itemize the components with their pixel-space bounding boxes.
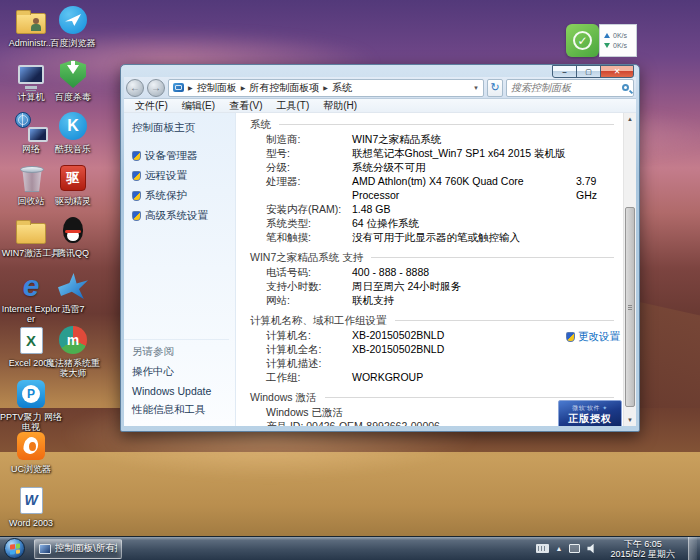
search-input[interactable] <box>511 82 622 93</box>
cpu-speed: 3.79 GHz <box>576 174 614 202</box>
driver-genius-icon <box>56 162 90 194</box>
title-bar[interactable] <box>124 65 636 77</box>
network-tray-icon[interactable] <box>569 544 580 553</box>
health-check-icon[interactable] <box>566 24 599 57</box>
badge-line1: 微软'软件 <box>559 404 621 413</box>
menu-help[interactable]: 帮助(H) <box>316 99 364 113</box>
scrollbar-thumb[interactable] <box>625 207 635 407</box>
breadcrumb[interactable]: 控制面板 所有控制面板项 系统 <box>168 79 484 97</box>
uac-shield-icon <box>132 171 141 181</box>
breadcrumb-dropdown-icon[interactable] <box>473 85 479 91</box>
kuwo-music-icon <box>56 110 90 142</box>
row-value: 联想笔记本Ghost_Win7 SP1 x64 2015 装机版 <box>352 146 566 160</box>
breadcrumb-item-system[interactable]: 系统 <box>332 81 352 95</box>
qq-penguin-icon <box>56 214 90 246</box>
back-button[interactable] <box>126 79 144 97</box>
sidebar-item-action-center[interactable]: 操作中心 <box>132 365 229 379</box>
taskbar-window-button[interactable]: 控制面板\所有控... <box>34 539 122 559</box>
desktop-icon-uc-browser[interactable]: UC浏览器 <box>0 430 62 474</box>
scroll-down-icon[interactable] <box>624 414 636 426</box>
sidebar-item-system-protection[interactable]: 系统保护 <box>132 189 235 203</box>
row-value: 400 - 888 - 8888 <box>352 265 429 279</box>
pptv-icon <box>14 378 48 410</box>
row-label: 计算机描述: <box>250 356 352 370</box>
menu-file[interactable]: 文件(F) <box>128 99 175 113</box>
desktop-icon-word-2003[interactable]: Word 2003 <box>0 484 62 528</box>
desktop-icon-label: Word 2003 <box>0 518 62 528</box>
row-label: 处理器: <box>250 174 352 202</box>
see-also-header: 另请参阅 <box>132 345 229 359</box>
taskbar-clock[interactable]: 下午 6:05 2015/5/2 星期六 <box>604 539 681 559</box>
taskbar: 控制面板\所有控... 下午 6:05 2015/5/2 星期六 <box>0 536 700 560</box>
word-icon <box>14 484 48 516</box>
row-label: 电话号码: <box>250 265 352 279</box>
uc-browser-icon <box>14 430 48 462</box>
row-value: 1.48 GB <box>352 202 391 216</box>
rating-unavailable-link[interactable]: 系统分级不可用 <box>352 160 426 174</box>
sidebar-item-advanced-settings[interactable]: 高级系统设置 <box>132 209 235 223</box>
row-label: 分级: <box>250 160 352 174</box>
section-title: 计算机名称、域和工作组设置 <box>250 314 387 328</box>
row-label: 网站: <box>250 293 352 307</box>
menu-view[interactable]: 查看(V) <box>222 99 269 113</box>
net-speed-panel: 0K/s 0K/s <box>599 24 637 57</box>
desktop-icon-label: 百度杀毒 <box>42 92 104 102</box>
volume-tray-icon[interactable] <box>587 544 597 554</box>
breadcrumb-arrow-icon <box>323 84 328 91</box>
row-value: XB-20150502BNLD <box>352 328 444 342</box>
upload-speed: 0K/s <box>613 32 627 39</box>
desktop-icon-baidu-antivirus[interactable]: 百度杀毒 <box>42 58 104 102</box>
sidebar-item-remote-settings[interactable]: 远程设置 <box>132 169 235 183</box>
thunder-bird-icon <box>56 270 90 302</box>
desktop-icon-mofazhu[interactable]: 魔法猪系统重装大师 <box>42 324 104 378</box>
show-desktop-button[interactable] <box>688 537 697 560</box>
row-value: XB-20150502BNLD <box>352 342 444 356</box>
navigation-bar: 控制面板 所有控制面板项 系统 <box>124 77 636 99</box>
start-button[interactable] <box>4 538 25 559</box>
desktop-icon-pptv[interactable]: PPTV聚力 网络电视 <box>0 378 62 432</box>
row-label: 安装内存(RAM): <box>250 202 352 216</box>
close-button[interactable] <box>600 65 634 78</box>
desktop-icon-label: 魔法猪系统重装大师 <box>42 358 104 378</box>
menu-tools[interactable]: 工具(T) <box>269 99 316 113</box>
desktop-icon-baidu-browser[interactable]: 百度浏览器 <box>42 4 104 48</box>
genuine-windows-badge[interactable]: 微软'软件 正版授权 安全 放心 声誉 <box>558 400 622 426</box>
scroll-up-icon[interactable] <box>624 113 636 125</box>
refresh-button[interactable] <box>487 79 503 97</box>
row-value: 64 位操作系统 <box>352 216 419 230</box>
uac-shield-icon <box>132 191 141 201</box>
desktop-icon-driver-genius[interactable]: 驱动精灵 <box>42 162 104 206</box>
minimize-button[interactable] <box>552 65 577 78</box>
maximize-button[interactable] <box>576 65 601 78</box>
breadcrumb-item-control-panel[interactable]: 控制面板 <box>197 81 237 95</box>
desktop-icon-label: 驱动精灵 <box>42 196 104 206</box>
breadcrumb-item-all-items[interactable]: 所有控制面板项 <box>249 81 319 95</box>
section-title: Windows 激活 <box>250 391 317 405</box>
desktop-icon-label: 酷我音乐 <box>42 144 104 154</box>
input-language-icon[interactable] <box>536 544 549 553</box>
main-content: 系统 制造商:WIN7之家精品系统 型号:联想笔记本Ghost_Win7 SP1… <box>236 113 636 426</box>
online-support-link[interactable]: 联机支持 <box>352 293 394 307</box>
row-label: 计算机全名: <box>250 342 352 356</box>
sidebar-item-device-manager[interactable]: 设备管理器 <box>132 149 235 163</box>
forward-button[interactable] <box>147 79 165 97</box>
change-settings-link[interactable]: 更改设置 <box>566 330 620 344</box>
row-label: 计算机名: <box>250 328 352 342</box>
control-panel-icon <box>173 83 184 92</box>
row-label: 型号: <box>250 146 352 160</box>
badge-line2: 正版授权 <box>559 413 621 425</box>
desktop-icon-tencent-qq[interactable]: 腾讯QQ <box>42 214 104 258</box>
desktop-icon-kuwo-music[interactable]: 酷我音乐 <box>42 110 104 154</box>
menu-bar: 文件(F) 编辑(E) 查看(V) 工具(T) 帮助(H) <box>124 99 636 113</box>
menu-edit[interactable]: 编辑(E) <box>175 99 222 113</box>
section-activation: Windows 激活 Windows 已激活 产品 ID: 00426-OEM-… <box>250 390 614 426</box>
net-speed-widget[interactable]: 0K/s 0K/s <box>566 24 637 57</box>
sidebar-item-performance-tools[interactable]: 性能信息和工具 <box>132 403 229 417</box>
search-box[interactable] <box>506 79 634 97</box>
vertical-scrollbar[interactable] <box>623 113 636 426</box>
sidebar-item-control-panel-home[interactable]: 控制面板主页 <box>124 113 235 135</box>
show-hidden-icons-button[interactable] <box>556 545 563 552</box>
section-support: WIN7之家精品系统 支持 电话号码:400 - 888 - 8888 支持小时… <box>250 250 614 307</box>
desktop-icon-thunder7[interactable]: 迅雷7 <box>42 270 104 314</box>
sidebar-item-windows-update[interactable]: Windows Update <box>132 385 229 397</box>
